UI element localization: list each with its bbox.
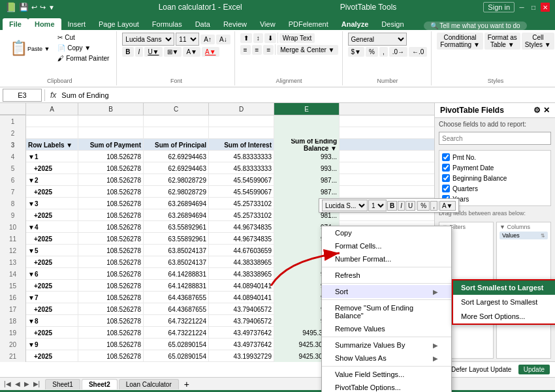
conditional-format-btn[interactable]: ConditionalFormatting ▼ xyxy=(437,33,483,50)
copy-button[interactable]: 📄 Copy ▼ xyxy=(54,43,112,53)
tab-data[interactable]: Data xyxy=(189,18,217,30)
decrease-decimal-btn[interactable]: ←.0 xyxy=(409,47,427,57)
tab-design[interactable]: Design xyxy=(375,18,410,30)
merge-center-btn[interactable]: Merge & Center ▼ xyxy=(277,45,338,55)
col-header-e[interactable]: E xyxy=(274,103,340,115)
ctx-refresh[interactable]: Refresh xyxy=(322,269,451,282)
ctx-pivottable-options[interactable]: PivotTable Options... xyxy=(322,381,451,392)
ft-underline-btn[interactable]: U xyxy=(405,201,415,211)
tab-pdfelement[interactable]: PDFelement xyxy=(282,18,335,30)
sheet-tab-sheet2[interactable]: Sheet2 xyxy=(82,379,118,389)
tab-view[interactable]: View xyxy=(253,18,282,30)
ctx-value-field-settings[interactable]: Value Field Settings... xyxy=(322,368,451,381)
col-header-a[interactable]: A xyxy=(26,103,78,115)
pivot-field-beginningbalance[interactable]: Beginning Balance xyxy=(441,173,549,183)
ctx-more-sort-options[interactable]: More Sort Options... xyxy=(453,309,555,324)
update-button[interactable]: Update xyxy=(518,365,550,374)
wrap-text-btn[interactable]: Wrap Text xyxy=(279,33,315,43)
pivot-settings-btn[interactable]: ⚙ xyxy=(533,106,541,115)
pivot-column-values[interactable]: Values ⇅ xyxy=(500,232,548,239)
font-name-select[interactable]: Lucida Sans xyxy=(122,33,174,46)
align-center-btn[interactable]: ≡ xyxy=(252,45,262,55)
paste-button[interactable]: 📋 Paste ▼ xyxy=(7,38,53,59)
increase-font-btn[interactable]: A↑ xyxy=(200,35,215,44)
format-painter-button[interactable]: 🖌 Format Painter xyxy=(54,53,112,63)
ft-size-select[interactable]: 11 xyxy=(368,200,387,211)
col-header-b[interactable]: B xyxy=(78,103,144,115)
pivot-field-paymentdate[interactable]: Payment Date xyxy=(441,162,549,173)
border-button[interactable]: ⊞▼ xyxy=(164,47,182,57)
tab-nav-first[interactable]: |◀ xyxy=(3,380,12,387)
add-sheet-btn[interactable]: + xyxy=(180,378,193,390)
bold-button[interactable]: B xyxy=(122,47,133,57)
percent-btn[interactable]: % xyxy=(366,47,378,57)
ctx-copy[interactable]: Copy xyxy=(322,226,451,239)
col-header-d[interactable]: D xyxy=(209,103,274,115)
ft-percent-btn[interactable]: % xyxy=(417,201,430,211)
tab-home[interactable]: Home xyxy=(28,18,61,30)
pivot-search-input[interactable] xyxy=(439,132,551,145)
tab-review[interactable]: Review xyxy=(217,18,253,30)
ft-comma-btn[interactable]: , xyxy=(430,201,437,211)
ft-font-select[interactable]: Lucida S... xyxy=(322,200,368,211)
sheet-tab-loan-calculator[interactable]: Loan Calculator xyxy=(119,379,179,389)
tab-file[interactable]: File xyxy=(3,18,28,30)
minimize-btn[interactable]: ─ xyxy=(517,3,526,12)
ctx-format-cells[interactable]: Format Cells... xyxy=(322,239,451,252)
ctx-remove-values[interactable]: Remove Values xyxy=(322,322,451,335)
quick-access-save[interactable]: 💾 xyxy=(19,3,29,12)
align-bottom-btn[interactable]: ⬇ xyxy=(264,33,276,43)
ctx-sort-smallest[interactable]: Sort Smallest to Largest xyxy=(453,280,555,295)
quick-access-customize[interactable]: ▼ xyxy=(48,4,55,11)
cell-styles-btn[interactable]: CellStyles ▼ xyxy=(522,33,554,50)
ft-bold-btn[interactable]: B xyxy=(387,201,397,211)
font-color-button[interactable]: A▼ xyxy=(202,47,219,57)
tab-nav-next[interactable]: ▶ xyxy=(23,380,31,387)
sign-in-btn[interactable]: Sign in xyxy=(483,2,515,12)
ctx-number-format[interactable]: Number Format... xyxy=(322,252,451,265)
ctx-sort-largest[interactable]: Sort Largest to Smallest xyxy=(453,295,555,309)
tab-formulas[interactable]: Formulas xyxy=(146,18,189,30)
pivot-field-quarters[interactable]: Quarters xyxy=(441,183,549,194)
font-size-select[interactable]: 11 xyxy=(176,33,199,46)
tab-nav-prev[interactable]: ◀ xyxy=(14,380,22,387)
align-middle-btn[interactable]: ↕ xyxy=(253,33,263,43)
ft-fill-btn[interactable]: A▼ xyxy=(439,201,456,211)
tell-me-input[interactable]: 🔍 Tell me what you want to do xyxy=(424,22,527,30)
pivot-close-btn[interactable]: ✕ xyxy=(543,106,550,115)
currency-btn[interactable]: $▼ xyxy=(348,47,364,57)
pivot-field-pmtno[interactable]: Pmt No. xyxy=(441,152,549,162)
ctx-sort[interactable]: Sort ▶ xyxy=(322,285,451,298)
tab-page-layout[interactable]: Page Layout xyxy=(92,18,146,30)
ctx-show-values-as[interactable]: Show Values As ▶ xyxy=(322,352,451,365)
maximize-btn[interactable]: □ xyxy=(529,3,538,12)
tab-nav-last[interactable]: ▶| xyxy=(32,380,42,387)
col-header-c[interactable]: C xyxy=(144,103,209,115)
name-box[interactable] xyxy=(3,89,42,102)
pivot-field-pmtno-checkbox[interactable] xyxy=(442,153,450,161)
format-as-table-btn[interactable]: Format asTable ▼ xyxy=(484,33,520,50)
decrease-font-btn[interactable]: A↓ xyxy=(216,35,230,44)
align-top-btn[interactable]: ⬆ xyxy=(240,33,252,43)
sheet-tab-sheet1[interactable]: Sheet1 xyxy=(45,379,80,389)
quick-access-redo[interactable]: ↪ xyxy=(40,3,46,12)
pivot-field-beginningbalance-checkbox[interactable] xyxy=(442,174,450,182)
align-left-btn[interactable]: ≡ xyxy=(240,45,251,55)
quick-access-undo[interactable]: ↩ xyxy=(31,3,37,12)
ft-italic-btn[interactable]: I xyxy=(398,201,405,211)
tab-insert[interactable]: Insert xyxy=(61,18,93,30)
ctx-remove-field[interactable]: Remove "Sum of Ending Balance" xyxy=(322,301,451,322)
cut-button[interactable]: ✂ Cut xyxy=(54,33,112,42)
italic-button[interactable]: I xyxy=(135,47,144,57)
formula-input[interactable] xyxy=(61,89,552,102)
increase-decimal-btn[interactable]: .0→ xyxy=(389,47,407,57)
pivot-field-quarters-checkbox[interactable] xyxy=(442,185,450,192)
align-right-btn[interactable]: ≡ xyxy=(263,45,274,55)
pivot-field-paymentdate-checkbox[interactable] xyxy=(442,164,450,172)
close-btn[interactable]: ✕ xyxy=(541,3,550,12)
ctx-summarize-by[interactable]: Summarize Values By ▶ xyxy=(322,339,451,352)
comma-btn[interactable]: , xyxy=(379,47,388,57)
underline-button[interactable]: U▼ xyxy=(144,47,162,57)
tab-analyze[interactable]: Analyze xyxy=(335,18,375,30)
number-format-select[interactable]: General xyxy=(348,33,407,46)
